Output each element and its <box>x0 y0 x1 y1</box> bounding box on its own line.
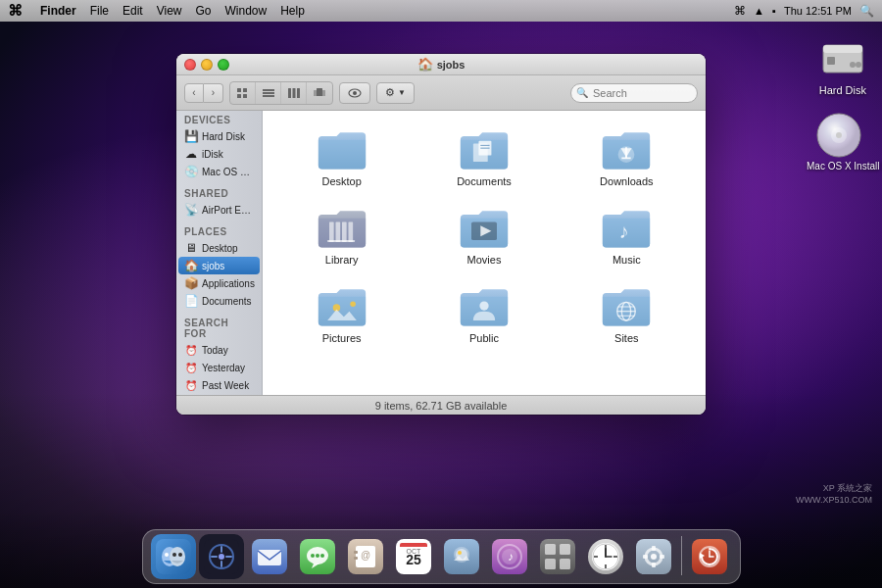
hard-disk-icon[interactable]: Hard Disk <box>815 31 870 100</box>
menubar: ⌘ Finder File Edit View Go Window Help ⌘… <box>0 0 882 22</box>
dock-separator <box>681 536 682 575</box>
menubar-view[interactable]: View <box>157 4 182 18</box>
action-dropdown-arrow: ▼ <box>398 88 406 97</box>
menubar-go[interactable]: Go <box>196 4 212 18</box>
file-item-documents[interactable]: Documents <box>416 122 551 193</box>
battery-icon[interactable]: ▪ <box>772 5 776 17</box>
sidebar-item-idisk[interactable]: ☁ iDisk <box>178 145 260 163</box>
dock-item-expose[interactable] <box>535 534 580 579</box>
svg-rect-35 <box>327 240 355 242</box>
minimize-button[interactable] <box>201 59 213 71</box>
menubar-edit[interactable]: Edit <box>122 4 143 18</box>
sidebar-item-applications[interactable]: 📦 Applications <box>178 274 260 292</box>
file-item-desktop[interactable]: Desktop <box>274 122 409 193</box>
gear-icon: ⚙ <box>385 86 395 99</box>
maximize-button[interactable] <box>218 59 229 71</box>
dock-item-dashboard[interactable] <box>199 534 244 579</box>
svg-text:♪: ♪ <box>619 220 629 242</box>
search-input[interactable] <box>570 83 698 103</box>
sidebar-item-harddisk[interactable]: 💾 Hard Disk <box>178 127 260 145</box>
sidebar-dvd-label: Mac OS X I... <box>202 167 254 177</box>
shared-header: SHARED <box>176 184 262 201</box>
public-folder-label: Public <box>469 332 499 344</box>
nav-buttons: ‹ › <box>184 83 223 103</box>
svg-rect-9 <box>243 88 247 92</box>
search-icon: 🔍 <box>576 87 588 98</box>
back-button[interactable]: ‹ <box>184 83 204 103</box>
forward-button[interactable]: › <box>204 83 223 103</box>
svg-point-67 <box>316 554 319 558</box>
dock-item-finder[interactable] <box>151 534 196 579</box>
library-folder-icon <box>317 207 368 250</box>
menu-clock[interactable]: Thu 12:51 PM <box>784 5 852 17</box>
wifi-icon[interactable]: ▲ <box>754 5 764 17</box>
places-header: PLACES <box>176 222 262 239</box>
svg-rect-71 <box>354 551 358 554</box>
sidebar-item-allimages[interactable]: ⏰ All Images <box>178 394 260 395</box>
finder-window: 🏠 sjobs ‹ › <box>176 54 706 415</box>
finder-sidebar: DEVICES 💾 Hard Disk ☁ iDisk 💿 Mac OS X I… <box>176 111 263 395</box>
devices-header: DEVICES <box>176 111 262 127</box>
sidebar-item-airport[interactable]: 📡 AirPort Extreme <box>178 201 260 219</box>
today-icon: ⏰ <box>184 343 198 357</box>
finder-titlebar: 🏠 sjobs <box>176 54 706 75</box>
svg-rect-14 <box>263 95 274 97</box>
sidebar-item-pastweek[interactable]: ⏰ Past Week <box>178 376 260 394</box>
column-view-button[interactable] <box>281 82 307 104</box>
eye-button[interactable] <box>339 82 370 104</box>
bluetooth-icon[interactable]: ⌘ <box>734 4 746 18</box>
svg-text:@: @ <box>360 550 369 561</box>
dock-background: @ 25 OCT <box>142 529 741 584</box>
sidebar-item-desktop[interactable]: 🖥 Desktop <box>178 239 260 257</box>
sidebar-item-yesterday[interactable]: ⏰ Yesterday <box>178 359 260 376</box>
apple-menu[interactable]: ⌘ <box>8 2 23 20</box>
svg-rect-62 <box>258 550 281 565</box>
dvd-icon[interactable]: Mac OS X Install DVD <box>803 108 874 176</box>
menubar-file[interactable]: File <box>90 4 109 18</box>
dock-item-timemachine[interactable] <box>687 534 732 579</box>
sidebar-applications-label: Applications <box>202 278 255 289</box>
watermark-line1: XP 系統之家 <box>796 482 872 495</box>
svg-point-49 <box>165 553 169 557</box>
menubar-finder[interactable]: Finder <box>40 4 76 18</box>
sidebar-item-sjobs[interactable]: 🏠 sjobs <box>178 257 260 274</box>
file-item-music[interactable]: ♪ Music <box>560 201 694 271</box>
movies-folder-label: Movies <box>467 254 502 266</box>
menubar-window[interactable]: Window <box>225 4 268 18</box>
dock-item-iphoto[interactable] <box>439 534 484 579</box>
dock-item-ichat[interactable] <box>295 534 340 579</box>
sidebar-today-label: Today <box>202 345 228 356</box>
icon-view-button[interactable] <box>230 82 256 104</box>
dock-item-sysprefs[interactable] <box>631 534 676 579</box>
svg-rect-18 <box>317 88 322 96</box>
sidebar-airport-label: AirPort Extreme <box>202 205 254 216</box>
sidebar-item-dvd[interactable]: 💿 Mac OS X I... <box>178 163 260 180</box>
file-item-movies[interactable]: Movies <box>416 201 551 271</box>
menubar-help[interactable]: Help <box>280 4 305 18</box>
svg-rect-13 <box>263 92 274 94</box>
close-button[interactable] <box>184 59 196 71</box>
menubar-left: ⌘ Finder File Edit View Go Window Help <box>8 2 734 20</box>
svg-rect-34 <box>348 222 353 242</box>
dock-item-ical[interactable]: 25 OCT <box>391 534 436 579</box>
list-view-button[interactable] <box>256 82 281 104</box>
file-item-library[interactable]: Library <box>274 201 409 271</box>
pictures-folder-icon <box>317 285 368 328</box>
svg-point-83 <box>458 551 462 555</box>
file-item-public[interactable]: Public <box>416 279 551 350</box>
public-folder-icon <box>459 285 510 328</box>
sidebar-item-today[interactable]: ⏰ Today <box>178 341 260 359</box>
coverflow-view-button[interactable] <box>307 82 332 104</box>
dock-item-itunes[interactable]: ♪ <box>487 534 532 579</box>
dock-item-addressbook[interactable]: @ <box>343 534 388 579</box>
spotlight-icon[interactable]: 🔍 <box>859 4 874 18</box>
sidebar-item-documents[interactable]: 📄 Documents <box>178 292 260 310</box>
svg-point-52 <box>172 553 176 557</box>
dock-item-mail[interactable] <box>247 534 292 579</box>
file-item-pictures[interactable]: Pictures <box>274 279 409 350</box>
desktop-folder-icon <box>317 128 368 172</box>
file-item-sites[interactable]: Sites <box>560 279 694 350</box>
file-item-downloads[interactable]: Downloads <box>560 122 694 193</box>
dock-item-clock[interactable] <box>583 534 628 579</box>
action-button[interactable]: ⚙ ▼ <box>376 82 415 104</box>
